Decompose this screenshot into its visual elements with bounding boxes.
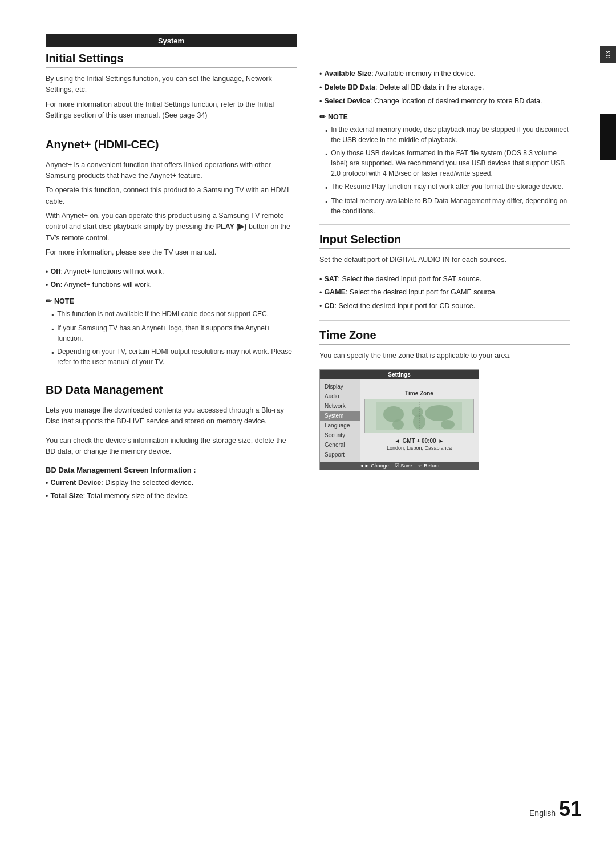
page-container: 03 System Initial Settings By using the … (0, 0, 616, 844)
input-bullet2: • GAME: Select the desired input port fo… (319, 287, 570, 298)
anynet-body: Anynet+ is a convenient function that of… (46, 160, 297, 259)
svg-point-6 (441, 420, 455, 429)
bd-data-body1: Lets you manage the downloaded contents … (46, 405, 297, 427)
page-content: System Initial Settings By using the Ini… (0, 0, 599, 844)
bd-data-body2: You can check the device's information i… (46, 435, 297, 458)
input-selection-section: Input Selection Set the default port of … (319, 233, 570, 312)
page-number-area: English 51 (529, 797, 582, 821)
side-tab-bar (600, 114, 616, 160)
menu-display: Display (320, 382, 360, 391)
anynet-note2: ▪ If your Samsung TV has an Anynet+ logo… (51, 323, 297, 344)
english-label: English (529, 809, 556, 818)
bd-note-title: ✏ NOTE (319, 112, 570, 121)
settings-label: Settings (388, 371, 410, 378)
divider4 (319, 320, 570, 321)
right-column: • Available Size: Available memory in th… (319, 34, 570, 810)
anynet-bullet-on: • On: Anynet+ functions will work. (46, 280, 297, 291)
anynet-section: Anynet+ (HDMI-CEC) Anynet+ is a convenie… (46, 138, 297, 368)
settings-menu: Display Audio Network System Language Se… (320, 379, 360, 462)
input-selection-body1: Set the default port of DIGITAL AUDIO IN… (319, 255, 570, 265)
time-zone-section: Time Zone You can specify the time zone … (319, 329, 570, 470)
settings-header: Settings (320, 370, 479, 379)
bd-note1: ▪ In the external memory mode, disc play… (325, 124, 570, 145)
bd-bullet5: • Select Device: Change location of desi… (319, 96, 570, 107)
bd-bullet3: • Available Size: Available memory in th… (319, 68, 570, 80)
divider1 (46, 130, 297, 130)
gmt-left-arrow: ◄ (394, 438, 400, 444)
input-selection-title: Input Selection (319, 233, 570, 249)
bd-note2: ▪ Only those USB devices formatted in th… (325, 148, 570, 179)
svg-point-2 (392, 419, 404, 430)
anynet-body1: Anynet+ is a convenient function that of… (46, 160, 297, 182)
initial-settings-body1: By using the Initial Settings function, … (46, 74, 297, 96)
anynet-off-label: Off (50, 268, 60, 276)
bd-bullet4: • Delete BD Data: Delete all BD data in … (319, 82, 570, 94)
time-zone-body: You can specify the time zone that is ap… (319, 350, 570, 361)
menu-network: Network (320, 401, 360, 411)
anynet-on-label: On (50, 281, 60, 289)
anynet-body3: With Anynet+ on, you can operate this pr… (46, 211, 297, 244)
anynet-note-title: ✏ NOTE (46, 297, 297, 305)
anynet-off-text: Off: Anynet+ functions will not work. (50, 266, 164, 278)
anynet-on-suffix: : Anynet+ functions will work. (60, 281, 152, 289)
initial-settings-title: Initial Settings (46, 52, 297, 68)
divider2 (46, 375, 297, 375)
input-bullet3: • CD: Select the desired input port for … (319, 301, 570, 312)
bd-note3: ▪ The Resume Play function may not work … (325, 181, 570, 193)
initial-settings-section: Initial Settings By using the Initial Se… (46, 52, 297, 122)
chapter-number: 03 (605, 50, 611, 58)
bd-note: ✏ NOTE ▪ In the external memory mode, di… (319, 112, 570, 216)
bd-bullet2: • Total Size: Total memory size of the d… (46, 491, 297, 502)
bd-data-title: BD Data Management (46, 383, 297, 399)
menu-security: Security (320, 430, 360, 440)
svg-point-5 (425, 405, 453, 421)
anynet-note: ✏ NOTE ▪ This function is not available … (46, 297, 297, 367)
settings-inner: Display Audio Network System Language Se… (320, 379, 479, 462)
page-number: 51 (559, 797, 582, 821)
time-zone-title: Time Zone (319, 329, 570, 345)
bd-data-body: Lets you manage the downloaded contents … (46, 405, 297, 427)
anynet-note-items: ▪ This function is not available if the … (46, 309, 297, 367)
input-selection-body: Set the default port of DIGITAL AUDIO IN… (319, 255, 570, 265)
initial-settings-body: By using the Initial Settings function, … (46, 74, 297, 122)
footer-return: ↩ Return (418, 463, 440, 469)
anynet-bullet-dot-off: • (46, 267, 48, 278)
bd-note-pencil-icon: ✏ (319, 112, 326, 121)
footer-change: ◄► Change (359, 463, 389, 469)
menu-general: General (320, 440, 360, 450)
time-zone-body1: You can specify the time zone that is ap… (319, 350, 570, 361)
anynet-on-text: On: Anynet+ functions will work. (50, 280, 152, 291)
footer-save: ☑ Save (395, 463, 412, 469)
side-chapter-tab: 03 (600, 46, 616, 63)
city-label: London, Lisbon, Casablanca (387, 445, 452, 451)
gmt-row: ◄ GMT + 00:00 ► (394, 438, 444, 444)
world-map-svg (376, 402, 462, 430)
anynet-note1: ▪ This function is not available if the … (51, 309, 297, 320)
initial-settings-body2: For more information about the Initial S… (46, 99, 297, 122)
system-header-box: System (46, 34, 297, 47)
left-column: System Initial Settings By using the Ini… (46, 34, 297, 810)
menu-support: Support (320, 450, 360, 459)
settings-screenshot: Settings Display Audio Network System La… (319, 369, 479, 470)
anynet-off-suffix: : Anynet+ functions will not work. (60, 268, 164, 276)
svg-point-1 (383, 406, 404, 422)
menu-language: Language (320, 421, 360, 430)
settings-footer: ◄► Change ☑ Save ↩ Return (320, 462, 479, 470)
settings-main-area: Time Zone (360, 379, 479, 462)
anynet-note3: ▪ Depending on your TV, certain HDMI out… (51, 346, 297, 367)
menu-audio: Audio (320, 391, 360, 401)
bd-screen-info-title: BD Data Management Screen Information : (46, 466, 297, 474)
gmt-value: GMT + 00:00 (402, 438, 436, 444)
anynet-bullet-off: • Off: Anynet+ functions will not work. (46, 266, 297, 278)
anynet-note-label: NOTE (54, 297, 74, 305)
anynet-body4: For more information, please see the TV … (46, 247, 297, 258)
bd-note-items: ▪ In the external memory mode, disc play… (319, 124, 570, 216)
bd-note-label: NOTE (328, 113, 348, 121)
bd-data-right-bullets: • Available Size: Available memory in th… (319, 68, 570, 107)
anynet-title: Anynet+ (HDMI-CEC) (46, 138, 297, 154)
bd-data-body2-wrap: You can check the device's information i… (46, 435, 297, 458)
time-zone-screen-label: Time Zone (405, 390, 433, 397)
bd-data-section: BD Data Management Lets you manage the d… (46, 383, 297, 502)
input-bullet1: • SAT: Select the desired input port for… (319, 274, 570, 285)
gmt-right-arrow: ► (439, 438, 444, 444)
